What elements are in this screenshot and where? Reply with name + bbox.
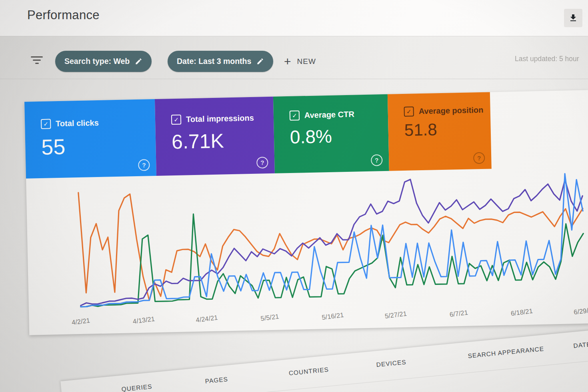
metric-tile-average-ctr[interactable]: Average CTR 0.8% ? — [273, 94, 389, 173]
help-circle-icon[interactable]: ? — [371, 154, 383, 166]
filter-lines-icon[interactable] — [30, 56, 43, 65]
x-axis-tick-label: 6/7/21 — [449, 308, 468, 318]
tab-search-appearance[interactable]: SEARCH APPEARANCE — [468, 345, 544, 360]
section-divider — [0, 79, 588, 79]
pencil-icon — [256, 58, 264, 65]
checkbox-checked-icon[interactable] — [41, 119, 51, 129]
x-axis-tick-label: 4/24/21 — [195, 314, 218, 324]
help-circle-icon[interactable]: ? — [138, 159, 150, 171]
metric-tiles-row: Total clicks 55 ? Total impressions 6.71… — [24, 90, 588, 178]
series-line-ctr — [79, 206, 584, 306]
dimensions-table-card: QUERIES PAGES COUNTRIES DEVICES SEARCH A… — [60, 328, 588, 392]
x-axis-tick-label: 6/29/21 — [573, 306, 588, 316]
app-header: Performance — [0, 0, 588, 36]
date-range-chip[interactable]: Date: Last 3 months — [168, 51, 273, 72]
metric-label: Total impressions — [186, 113, 254, 124]
checkbox-checked-icon[interactable] — [404, 106, 414, 117]
new-filter-label: NEW — [297, 57, 316, 66]
help-circle-icon[interactable]: ? — [256, 157, 268, 169]
metric-label: Average CTR — [304, 110, 354, 120]
download-button[interactable] — [564, 9, 582, 27]
tab-countries[interactable]: COUNTRIES — [288, 366, 329, 377]
page-title: Performance — [27, 8, 100, 22]
metric-value: 0.8% — [290, 124, 388, 148]
metric-label: Average position — [419, 105, 484, 116]
last-updated-text: Last updated: 5 hour — [515, 55, 588, 63]
x-axis-tick-label: 4/2/21 — [71, 316, 90, 326]
x-axis-tick-label: 5/27/21 — [384, 310, 407, 320]
date-range-chip-label: Date: Last 3 months — [177, 57, 251, 66]
metric-label: Total clicks — [56, 118, 99, 128]
metric-value: 55 — [41, 132, 156, 159]
checkbox-checked-icon[interactable] — [290, 110, 300, 121]
x-axis-tick-label: 6/18/21 — [510, 307, 533, 317]
tab-queries[interactable]: QUERIES — [121, 383, 152, 392]
help-circle-icon[interactable]: ? — [473, 152, 485, 164]
new-filter-button[interactable]: + NEW — [284, 54, 316, 70]
metric-tile-total-clicks[interactable]: Total clicks 55 ? — [24, 99, 156, 179]
metric-value: 51.8 — [404, 119, 491, 140]
performance-chart-card: Total clicks 55 ? Total impressions 6.71… — [24, 90, 588, 335]
chart-svg[interactable]: 4/2/214/13/214/24/215/5/215/16/215/27/21… — [26, 167, 588, 335]
metric-tile-total-impressions[interactable]: Total impressions 6.71K ? — [155, 97, 275, 176]
x-axis-tick-label: 5/16/21 — [321, 311, 344, 321]
plus-icon: + — [284, 54, 291, 69]
metric-tile-average-position[interactable]: Average position 51.8 ? — [388, 92, 492, 171]
search-type-chip[interactable]: Search type: Web — [55, 51, 152, 72]
metric-value: 6.71K — [172, 128, 274, 153]
pencil-icon — [135, 58, 142, 65]
tab-dates[interactable]: DATES — [573, 340, 588, 350]
search-type-chip-label: Search type: Web — [64, 57, 130, 66]
x-axis-tick-label: 4/13/21 — [132, 315, 155, 325]
timeseries-chart[interactable]: 4/2/214/13/214/24/215/5/215/16/215/27/21… — [26, 167, 588, 336]
checkbox-checked-icon[interactable] — [171, 115, 182, 125]
download-icon — [568, 13, 578, 23]
tab-devices[interactable]: DEVICES — [376, 358, 406, 368]
tab-pages[interactable]: PAGES — [205, 376, 228, 385]
x-axis-tick-label: 5/5/21 — [260, 312, 279, 322]
